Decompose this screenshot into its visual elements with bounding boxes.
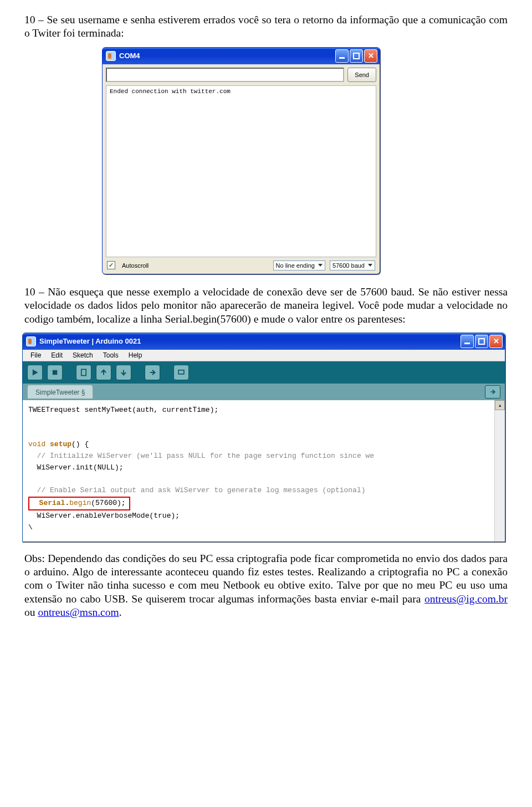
code-editor[interactable]: TWEETrequest sentMyTweet(auth, currentTi…	[23, 400, 495, 542]
serial-input[interactable]	[106, 68, 344, 82]
sketch-tab[interactable]: SimpleTweeter §	[27, 385, 93, 399]
code-comment: // Enable Serial output and ask WiServer…	[28, 486, 366, 494]
tab-menu-button[interactable]	[485, 385, 500, 399]
code-func: setup	[50, 440, 71, 448]
autoscroll-checkbox[interactable]: ✓	[107, 261, 115, 269]
maximize-button[interactable]	[350, 49, 363, 63]
serial-console: Ended connection with twitter.com	[106, 85, 376, 257]
svg-marker-0	[33, 369, 38, 375]
java-icon	[26, 336, 36, 346]
code-line: WiServer.enableVerboseMode(true);	[28, 512, 180, 520]
line-ending-value: No line ending	[276, 262, 315, 269]
code-comment: // Initialize WiServer (we'll pass NULL …	[28, 452, 374, 460]
svg-rect-2	[81, 369, 86, 375]
highlighted-line: Serial.begin(57600);	[28, 497, 130, 510]
close-button[interactable]: ✕	[489, 335, 503, 348]
email-link-2[interactable]: ontreus@msn.com	[38, 606, 119, 618]
paragraph-obs: Obs: Dependendo das condições do seu PC …	[24, 552, 508, 620]
minimize-button[interactable]	[461, 335, 474, 348]
menu-tools[interactable]: Tools	[103, 351, 119, 359]
save-button[interactable]	[116, 365, 131, 380]
code-line: TWEETrequest sentMyTweet(auth, currentTi…	[28, 406, 218, 414]
upload-button[interactable]	[145, 365, 160, 380]
paragraph-2: 10 – Não esqueça que nesse exemplo a vel…	[24, 285, 508, 326]
serial-monitor-button[interactable]	[173, 365, 189, 380]
open-button[interactable]	[96, 365, 111, 380]
email-link-1[interactable]: ontreus@ig.com.br	[424, 593, 508, 605]
maximize-button[interactable]	[475, 335, 488, 348]
close-button[interactable]: ✕	[364, 49, 377, 63]
stop-button[interactable]	[47, 365, 63, 380]
chevron-down-icon	[318, 264, 323, 267]
menu-help[interactable]: Help	[129, 351, 142, 359]
scroll-up-icon[interactable]: ▴	[495, 400, 505, 410]
menu-sketch[interactable]: Sketch	[73, 351, 93, 359]
ide-window-title: SimpleTweeter | Arduino 0021	[39, 337, 461, 345]
ide-statusbar: SimpleTweeter §	[23, 384, 505, 400]
serial-monitor-window: COM4 ✕ Send Ended connection with twitte…	[102, 47, 380, 274]
code-line: \	[28, 523, 33, 532]
run-button[interactable]	[27, 365, 43, 380]
svg-rect-3	[178, 370, 184, 374]
menu-file[interactable]: File	[30, 351, 41, 359]
baud-value: 57600 baud	[332, 262, 365, 269]
chevron-down-icon	[368, 264, 372, 267]
send-button[interactable]: Send	[347, 68, 376, 82]
code-line: WiServer.init(NULL);	[28, 463, 124, 472]
ide-titlebar[interactable]: SimpleTweeter | Arduino 0021 ✕	[23, 333, 505, 350]
menu-edit[interactable]: Edit	[51, 351, 63, 359]
baud-dropdown[interactable]: 57600 baud	[330, 261, 375, 270]
autoscroll-label: Autoscroll	[122, 262, 149, 269]
scrollbar[interactable]: ▴	[495, 400, 505, 542]
line-ending-dropdown[interactable]: No line ending	[273, 261, 325, 270]
code-keyword: void	[28, 440, 45, 448]
minimize-button[interactable]	[335, 49, 349, 63]
svg-rect-1	[53, 370, 57, 375]
new-button[interactable]	[76, 365, 91, 380]
ide-toolbar	[23, 361, 505, 384]
window-title: COM4	[119, 52, 335, 60]
titlebar[interactable]: COM4 ✕	[103, 48, 380, 64]
paragraph-1: 10 – Se seu username e senha estiverem e…	[24, 13, 508, 40]
ide-menubar: File Edit Sketch Tools Help	[23, 350, 505, 361]
arduino-ide-window: SimpleTweeter | Arduino 0021 ✕ File Edit…	[22, 333, 505, 542]
java-icon	[106, 51, 116, 61]
